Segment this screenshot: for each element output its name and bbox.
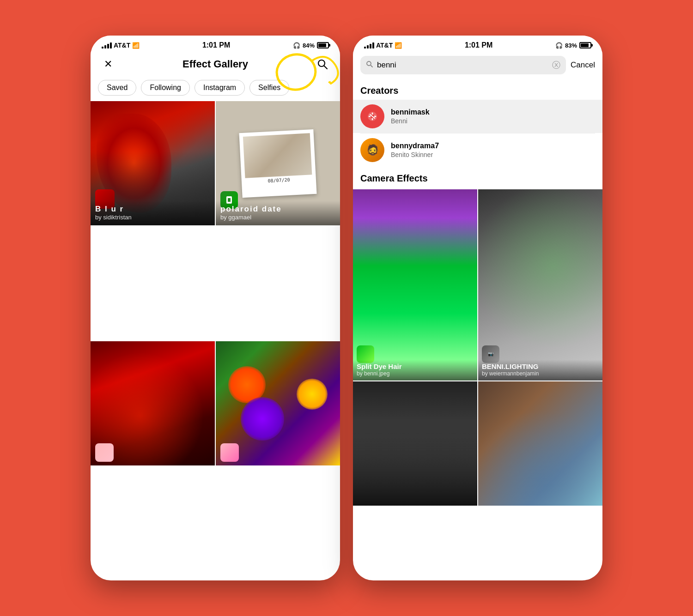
wood-bg <box>478 381 602 506</box>
creators-section-title: Creators <box>353 79 602 100</box>
polaroid-overlay: polaroid date by ggamael <box>216 201 340 225</box>
camera-effects-title: Camera Effects <box>353 167 602 187</box>
status-left-1: AT&T 📶 <box>102 42 140 49</box>
close-button[interactable]: ✕ <box>100 56 116 72</box>
wifi-icon-2: 📶 <box>395 42 402 49</box>
creator-info-bennimask: bennimask Benni <box>391 108 430 125</box>
blur-effect-name: B l u r <box>95 205 210 214</box>
status-bar-2: AT&T 📶 1:01 PM 🎧 83% <box>353 36 602 52</box>
bar4 <box>110 42 112 48</box>
app-title: Effect Gallery <box>182 58 248 70</box>
status-left-2: AT&T 📶 <box>364 42 402 49</box>
flowers-thumb <box>220 443 239 462</box>
split-dye-author: by benni.jpeg <box>357 370 474 377</box>
search-query[interactable]: benni <box>377 60 548 70</box>
effect-item-wood[interactable] <box>478 381 602 506</box>
red-thumb <box>95 443 114 462</box>
lighting-overlay: BENNI.LIGHTING by weiermannbenjamin <box>478 360 602 380</box>
effects-grid: Split Dye Hair by benni.jpeg 📷 BENNI.LIG… <box>353 189 602 506</box>
creator-avatar-bennydrama7: 🧔 <box>360 138 384 162</box>
header-search-button[interactable] <box>314 56 331 72</box>
gallery-item-polaroid[interactable]: 08/07/20 polaroid date by ggamael <box>216 101 340 225</box>
split-dye-name: Split Dye Hair <box>357 362 474 370</box>
creator-row-bennimask[interactable]: bennimask Benni <box>353 100 602 133</box>
battery-icon-1 <box>317 42 329 48</box>
phone-2: AT&T 📶 1:01 PM 🎧 83% <box>353 36 602 580</box>
tab-following[interactable]: Following <box>141 80 190 96</box>
creator-avatar-bennimask <box>360 104 384 128</box>
battery-fill-2 <box>581 43 589 47</box>
tab-saved[interactable]: Saved <box>98 80 136 96</box>
creator-fullname-bennimask: Benni <box>391 117 430 125</box>
cancel-button[interactable]: Cancel <box>571 60 595 70</box>
search-input-wrap[interactable]: benni ⓧ <box>360 56 566 74</box>
tab-instagram[interactable]: Instagram <box>195 80 245 96</box>
creator-info-bennydrama7: bennydrama7 Benito Skinner <box>391 142 439 158</box>
bar2-2 <box>367 45 369 48</box>
battery-pct-1: 84% <box>303 42 315 49</box>
lighting-name: BENNI.LIGHTING <box>482 362 599 370</box>
polaroid-effect-name: polaroid date <box>220 205 335 214</box>
creator-username-bennydrama7: bennydrama7 <box>391 142 439 150</box>
signal-bars-2 <box>364 42 374 48</box>
carrier-2: AT&T <box>376 42 393 49</box>
time-1: 1:01 PM <box>202 41 230 49</box>
search-bar-container: benni ⓧ Cancel <box>353 52 602 79</box>
gallery-grid: B l u r by sidiktristan 08/07/20 polaroi… <box>91 101 340 580</box>
search-icon <box>366 60 373 70</box>
filter-tabs: Saved Following Instagram Selfies <box>91 77 340 101</box>
carrier-1: AT&T <box>114 42 130 49</box>
time-2: 1:01 PM <box>465 41 492 49</box>
polaroid-author: by ggamael <box>220 214 335 221</box>
tab-selfies[interactable]: Selfies <box>249 80 289 96</box>
creator-fullname-bennydrama7: Benito Skinner <box>391 151 439 158</box>
bar1 <box>102 47 103 48</box>
battery-icon-2 <box>579 42 591 48</box>
battery-fill-1 <box>318 43 326 47</box>
phone-1: AT&T 📶 1:01 PM 🎧 84% ✕ Effect Gallery <box>91 36 340 580</box>
app-header: ✕ Effect Gallery <box>91 52 340 77</box>
headphone-icon-1: 🎧 <box>293 42 300 49</box>
creator-row-bennydrama7[interactable]: 🧔 bennydrama7 Benito Skinner <box>353 133 602 167</box>
effect-item-beret[interactable] <box>353 381 477 506</box>
bar2 <box>104 45 106 48</box>
split-dye-overlay: Split Dye Hair by benni.jpeg <box>353 360 477 380</box>
bar3-2 <box>370 44 371 48</box>
polaroid-frame: 08/07/20 <box>239 129 316 197</box>
battery-pct-2: 83% <box>565 42 577 49</box>
status-right-1: 🎧 84% <box>293 42 329 49</box>
gallery-item-red[interactable] <box>91 341 215 465</box>
effect-item-benni-lighting[interactable]: 📷 BENNI.LIGHTING by weiermannbenjamin <box>478 189 602 380</box>
headphone-icon-2: 🎧 <box>555 42 563 49</box>
svg-line-1 <box>324 66 328 69</box>
status-right-2: 🎧 83% <box>555 42 591 49</box>
effect-item-split-dye[interactable]: Split Dye Hair by benni.jpeg <box>353 189 477 380</box>
beret-bg <box>353 381 477 506</box>
gallery-item-blur[interactable]: B l u r by sidiktristan <box>91 101 215 225</box>
creator-username-bennimask: bennimask <box>391 108 430 116</box>
search-clear-button[interactable]: ⓧ <box>552 60 560 71</box>
bar3 <box>107 44 109 48</box>
wifi-icon-1: 📶 <box>132 42 140 49</box>
bar1-2 <box>364 47 366 48</box>
signal-bars-1 <box>102 42 112 48</box>
svg-line-6 <box>371 65 372 67</box>
status-bar-1: AT&T 📶 1:01 PM 🎧 84% <box>91 36 340 52</box>
polaroid-photo <box>243 133 312 178</box>
gallery-item-flowers[interactable] <box>216 341 340 465</box>
blur-overlay: B l u r by sidiktristan <box>91 201 215 225</box>
bar4-2 <box>372 42 374 48</box>
blur-author: by sidiktristan <box>95 214 210 221</box>
lighting-author: by weiermannbenjamin <box>482 370 599 377</box>
